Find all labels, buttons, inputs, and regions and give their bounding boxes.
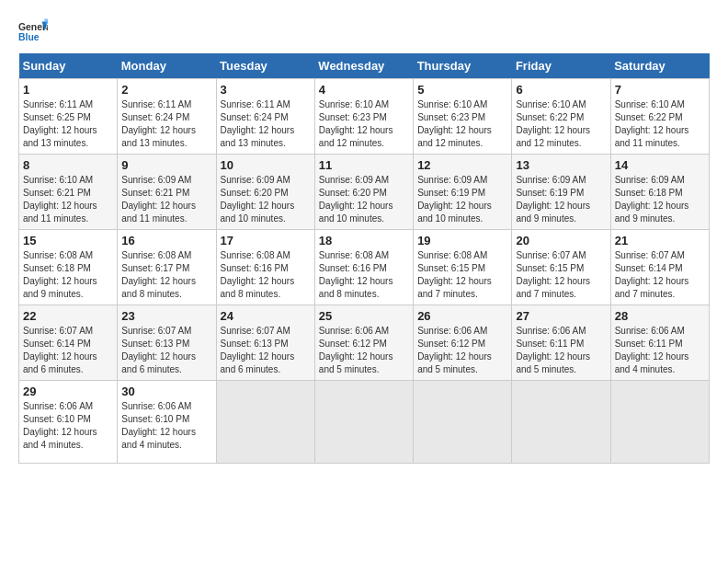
col-header-sunday: Sunday	[19, 53, 118, 79]
day-number: 24	[221, 309, 311, 323]
day-number: 1	[23, 83, 113, 97]
calendar-cell: 14 Sunrise: 6:09 AM Sunset: 6:18 PM Dayl…	[610, 155, 709, 230]
calendar-cell: 19 Sunrise: 6:08 AM Sunset: 6:15 PM Dayl…	[414, 230, 512, 305]
calendar-cell: 9 Sunrise: 6:09 AM Sunset: 6:21 PM Dayli…	[118, 155, 216, 230]
day-number: 11	[319, 158, 409, 172]
day-number: 17	[221, 234, 311, 247]
day-info: Sunrise: 6:09 AM Sunset: 6:20 PM Dayligh…	[319, 174, 409, 225]
calendar-cell: 24 Sunrise: 6:07 AM Sunset: 6:13 PM Dayl…	[216, 305, 314, 381]
calendar-cell: 28 Sunrise: 6:06 AM Sunset: 6:11 PM Dayl…	[610, 305, 709, 381]
day-number: 12	[417, 158, 507, 172]
day-info: Sunrise: 6:11 AM Sunset: 6:24 PM Dayligh…	[121, 98, 211, 150]
day-info: Sunrise: 6:11 AM Sunset: 6:24 PM Dayligh…	[221, 98, 311, 150]
calendar-cell: 12 Sunrise: 6:09 AM Sunset: 6:19 PM Dayl…	[414, 155, 512, 230]
day-info: Sunrise: 6:08 AM Sunset: 6:15 PM Dayligh…	[417, 249, 507, 301]
calendar-cell: 10 Sunrise: 6:09 AM Sunset: 6:20 PM Dayl…	[216, 155, 314, 230]
day-number: 20	[516, 234, 606, 247]
day-info: Sunrise: 6:08 AM Sunset: 6:18 PM Dayligh…	[23, 249, 113, 301]
calendar-cell: 1 Sunrise: 6:11 AM Sunset: 6:25 PM Dayli…	[19, 79, 118, 155]
day-info: Sunrise: 6:08 AM Sunset: 6:17 PM Dayligh…	[121, 249, 211, 301]
calendar-cell: 20 Sunrise: 6:07 AM Sunset: 6:15 PM Dayl…	[512, 230, 610, 305]
day-number: 18	[319, 234, 409, 247]
day-info: Sunrise: 6:06 AM Sunset: 6:10 PM Dayligh…	[121, 400, 211, 452]
day-number: 4	[319, 83, 409, 97]
calendar-cell: 17 Sunrise: 6:08 AM Sunset: 6:16 PM Dayl…	[216, 230, 314, 305]
col-header-monday: Monday	[118, 53, 216, 79]
day-info: Sunrise: 6:10 AM Sunset: 6:21 PM Dayligh…	[23, 174, 113, 225]
calendar-table: SundayMondayTuesdayWednesdayThursdayFrid…	[18, 53, 710, 464]
day-info: Sunrise: 6:09 AM Sunset: 6:21 PM Dayligh…	[121, 174, 211, 225]
calendar-cell: 23 Sunrise: 6:07 AM Sunset: 6:13 PM Dayl…	[118, 305, 216, 381]
day-info: Sunrise: 6:10 AM Sunset: 6:23 PM Dayligh…	[319, 98, 409, 150]
calendar-cell: 6 Sunrise: 6:10 AM Sunset: 6:22 PM Dayli…	[512, 79, 610, 155]
calendar-cell: 13 Sunrise: 6:09 AM Sunset: 6:19 PM Dayl…	[512, 155, 610, 230]
day-number: 8	[23, 158, 113, 172]
day-number: 21	[615, 234, 705, 247]
day-number: 27	[516, 309, 606, 323]
calendar-cell: 7 Sunrise: 6:10 AM Sunset: 6:22 PM Dayli…	[610, 79, 709, 155]
day-info: Sunrise: 6:06 AM Sunset: 6:11 PM Dayligh…	[516, 325, 606, 376]
day-number: 23	[121, 309, 211, 323]
calendar-cell: 30 Sunrise: 6:06 AM Sunset: 6:10 PM Dayl…	[118, 381, 216, 464]
calendar-cell	[414, 381, 512, 464]
day-number: 9	[121, 158, 211, 172]
day-number: 2	[121, 83, 211, 97]
day-info: Sunrise: 6:07 AM Sunset: 6:13 PM Dayligh…	[121, 325, 211, 376]
day-info: Sunrise: 6:08 AM Sunset: 6:16 PM Dayligh…	[319, 249, 409, 301]
day-info: Sunrise: 6:07 AM Sunset: 6:15 PM Dayligh…	[516, 249, 606, 301]
calendar-cell: 3 Sunrise: 6:11 AM Sunset: 6:24 PM Dayli…	[216, 79, 314, 155]
week-row: 1 Sunrise: 6:11 AM Sunset: 6:25 PM Dayli…	[19, 79, 710, 155]
calendar-cell	[216, 381, 314, 464]
calendar-cell: 21 Sunrise: 6:07 AM Sunset: 6:14 PM Dayl…	[610, 230, 709, 305]
day-info: Sunrise: 6:11 AM Sunset: 6:25 PM Dayligh…	[23, 98, 113, 150]
col-header-friday: Friday	[512, 53, 610, 79]
calendar-cell: 25 Sunrise: 6:06 AM Sunset: 6:12 PM Dayl…	[314, 305, 413, 381]
col-header-wednesday: Wednesday	[314, 53, 413, 79]
day-info: Sunrise: 6:07 AM Sunset: 6:14 PM Dayligh…	[615, 249, 705, 301]
day-info: Sunrise: 6:06 AM Sunset: 6:12 PM Dayligh…	[319, 325, 409, 376]
day-number: 15	[23, 234, 113, 247]
day-info: Sunrise: 6:06 AM Sunset: 6:12 PM Dayligh…	[417, 325, 507, 376]
calendar-cell: 5 Sunrise: 6:10 AM Sunset: 6:23 PM Dayli…	[414, 79, 512, 155]
header-row: SundayMondayTuesdayWednesdayThursdayFrid…	[19, 53, 710, 79]
day-number: 10	[221, 158, 311, 172]
day-info: Sunrise: 6:09 AM Sunset: 6:19 PM Dayligh…	[516, 174, 606, 225]
calendar-cell: 8 Sunrise: 6:10 AM Sunset: 6:21 PM Dayli…	[19, 155, 118, 230]
logo: General Blue	[18, 18, 51, 44]
calendar-cell: 4 Sunrise: 6:10 AM Sunset: 6:23 PM Dayli…	[314, 79, 413, 155]
day-number: 7	[615, 83, 705, 97]
day-number: 13	[516, 158, 606, 172]
week-row: 29 Sunrise: 6:06 AM Sunset: 6:10 PM Dayl…	[19, 381, 710, 464]
day-number: 16	[121, 234, 211, 247]
day-info: Sunrise: 6:09 AM Sunset: 6:19 PM Dayligh…	[417, 174, 507, 225]
day-info: Sunrise: 6:06 AM Sunset: 6:11 PM Dayligh…	[615, 325, 705, 376]
calendar-cell	[512, 381, 610, 464]
col-header-thursday: Thursday	[414, 53, 512, 79]
day-info: Sunrise: 6:09 AM Sunset: 6:20 PM Dayligh…	[221, 174, 311, 225]
calendar-cell	[610, 381, 709, 464]
week-row: 15 Sunrise: 6:08 AM Sunset: 6:18 PM Dayl…	[19, 230, 710, 305]
page-header: General Blue	[18, 18, 710, 44]
week-row: 8 Sunrise: 6:10 AM Sunset: 6:21 PM Dayli…	[19, 155, 710, 230]
day-number: 6	[516, 83, 606, 97]
day-number: 28	[615, 309, 705, 323]
svg-text:Blue: Blue	[18, 32, 40, 42]
calendar-cell: 26 Sunrise: 6:06 AM Sunset: 6:12 PM Dayl…	[414, 305, 512, 381]
day-info: Sunrise: 6:07 AM Sunset: 6:13 PM Dayligh…	[221, 325, 311, 376]
day-number: 30	[121, 385, 211, 398]
day-info: Sunrise: 6:08 AM Sunset: 6:16 PM Dayligh…	[221, 249, 311, 301]
day-number: 25	[319, 309, 409, 323]
calendar-cell	[314, 381, 413, 464]
day-number: 29	[23, 385, 113, 398]
calendar-cell: 2 Sunrise: 6:11 AM Sunset: 6:24 PM Dayli…	[118, 79, 216, 155]
day-info: Sunrise: 6:10 AM Sunset: 6:22 PM Dayligh…	[516, 98, 606, 150]
calendar-cell: 29 Sunrise: 6:06 AM Sunset: 6:10 PM Dayl…	[19, 381, 118, 464]
calendar-cell: 16 Sunrise: 6:08 AM Sunset: 6:17 PM Dayl…	[118, 230, 216, 305]
day-number: 19	[417, 234, 507, 247]
day-number: 22	[23, 309, 113, 323]
day-number: 5	[417, 83, 507, 97]
day-info: Sunrise: 6:06 AM Sunset: 6:10 PM Dayligh…	[23, 400, 113, 452]
calendar-cell: 27 Sunrise: 6:06 AM Sunset: 6:11 PM Dayl…	[512, 305, 610, 381]
day-info: Sunrise: 6:10 AM Sunset: 6:23 PM Dayligh…	[417, 98, 507, 150]
day-number: 3	[221, 83, 311, 97]
